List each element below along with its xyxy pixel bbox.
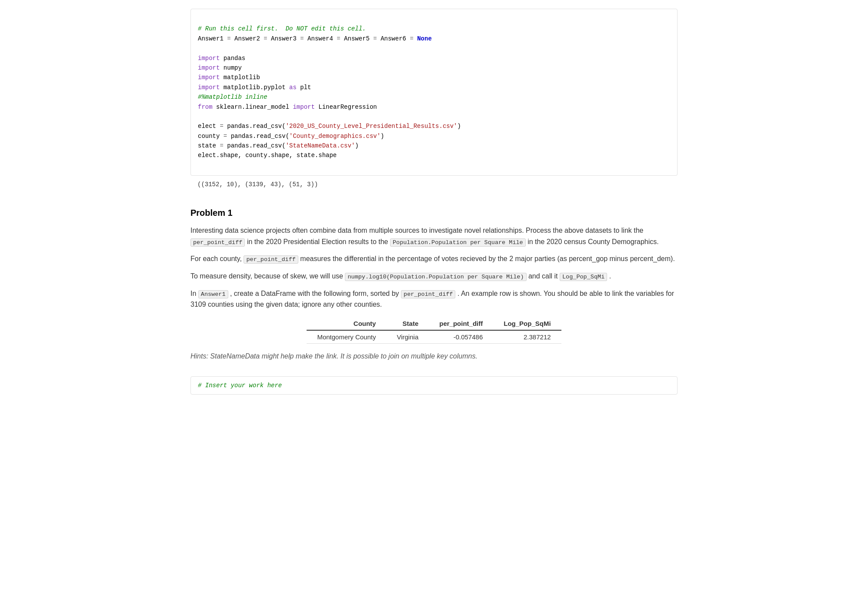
code-pop-sq-mile: Population.Population per Square Mile (390, 238, 526, 247)
output-cell: ((3152, 10), (3139, 43), (51, 3)) (190, 179, 678, 193)
insert-work-cell[interactable]: # Insert your work here (190, 376, 678, 395)
code-numpy-log10: numpy.log10(Population.Population per Sq… (345, 273, 526, 281)
answer-vars: Answer1 (198, 35, 227, 42)
problem1-heading: Problem 1 (190, 208, 678, 218)
problem1-text-cell: Problem 1 Interesting data science proje… (190, 204, 678, 376)
table-header-row: County State per_point_diff Log_Pop_SqMi (307, 317, 561, 330)
insert-work-comment: # Insert your work here (198, 382, 282, 389)
table-header-log-pop-sqmi: Log_Pop_SqMi (493, 317, 561, 330)
problem1-para2: For each county, per_point_diff measures… (190, 253, 678, 265)
table-cell-county: Montgomery County (307, 330, 386, 344)
table-cell-per-point-diff: -0.057486 (429, 330, 493, 344)
output-text: ((3152, 10), (3139, 43), (51, 3)) (197, 181, 318, 188)
notebook-container: # Run this cell first. Do NOT edit this … (173, 0, 695, 403)
table-cell-log-pop-sqmi: 2.387212 (493, 330, 561, 344)
problem1-hint: Hints: StateNameData might help make the… (190, 351, 678, 362)
table-cell-state: Virginia (386, 330, 429, 344)
code-per-point-diff-2: per_point_diff (244, 255, 298, 264)
table-header-state: State (386, 317, 429, 330)
problem1-para4: In Answer1 , create a DataFrame with the… (190, 288, 678, 310)
code-cell-content: # Run this cell first. Do NOT edit this … (191, 9, 677, 175)
problem1-para1: Interesting data science projects often … (190, 225, 678, 247)
code-answer1: Answer1 (198, 290, 228, 298)
problem1-para3: To measure density, because of skew, we … (190, 271, 678, 282)
code-log-pop-sqmi: Log_Pop_SqMi (560, 273, 607, 281)
table-header-county: County (307, 317, 386, 330)
code-cell[interactable]: # Run this cell first. Do NOT edit this … (190, 9, 678, 176)
table-row: Montgomery County Virginia -0.057486 2.3… (307, 330, 561, 344)
comment-line: # Run this cell first. Do NOT edit this … (198, 25, 366, 32)
code-per-point-diff-3: per_point_diff (401, 290, 455, 298)
code-per-point-diff-1: per_point_diff (190, 238, 245, 247)
table-header-per-point-diff: per_point_diff (429, 317, 493, 330)
example-table: County State per_point_diff Log_Pop_SqMi… (307, 317, 561, 344)
